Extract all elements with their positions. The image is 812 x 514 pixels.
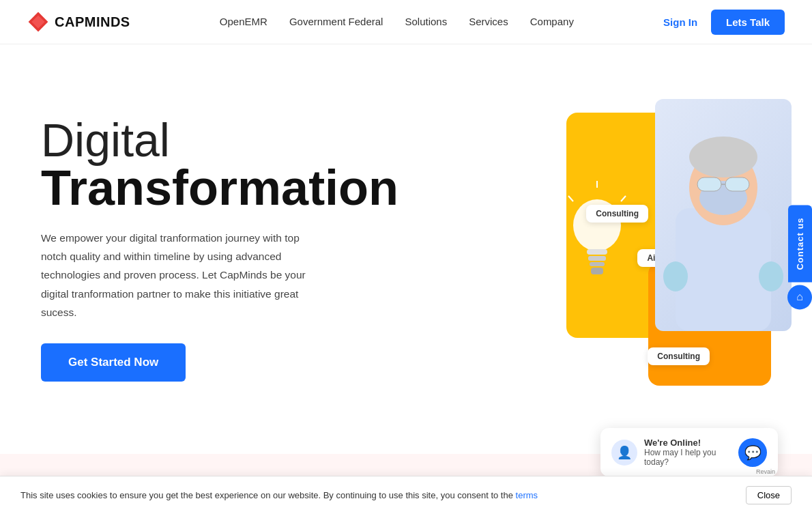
logo[interactable]: CAPMINDS bbox=[27, 11, 130, 33]
lightbulb-icon bbox=[566, 181, 628, 290]
brand-name: CAPMINDS bbox=[55, 14, 130, 30]
hero-illustration: Cloud Security Consulting Ai Data Analyt… bbox=[389, 85, 785, 413]
contact-home-button[interactable]: ⌂ bbox=[787, 285, 812, 309]
hero-title-thin: Digital bbox=[41, 117, 368, 163]
chat-help-text: How may I help you today? bbox=[644, 448, 731, 467]
nav-item-solutions[interactable]: Solutions bbox=[405, 16, 447, 28]
lets-talk-button[interactable]: Lets Talk bbox=[711, 10, 785, 35]
tag-consulting-1: Consulting bbox=[586, 205, 648, 223]
chat-open-button[interactable]: 💬 bbox=[738, 438, 767, 467]
svg-rect-5 bbox=[590, 262, 605, 266]
navbar: CAPMINDS OpenEMR Government Federal Solu… bbox=[0, 0, 812, 44]
logo-icon bbox=[27, 11, 49, 33]
svg-rect-6 bbox=[591, 268, 603, 274]
cookie-banner: This site uses cookies to ensure you get… bbox=[0, 476, 812, 514]
svg-point-14 bbox=[663, 261, 688, 291]
hero-section: Digital Transformation We empower your d… bbox=[0, 44, 812, 454]
get-started-button[interactable]: Get Started Now bbox=[41, 343, 186, 382]
nav-links: OpenEMR Government Federal Solutions Ser… bbox=[220, 16, 574, 28]
cookie-close-button[interactable]: Close bbox=[746, 486, 792, 504]
chat-widget: 👤 We're Online! How may I help you today… bbox=[600, 428, 778, 476]
nav-actions: Sign In Lets Talk bbox=[663, 10, 785, 35]
svg-line-8 bbox=[568, 196, 573, 201]
contact-sidebar: Contact us ⌂ bbox=[787, 205, 812, 309]
nav-item-services[interactable]: Services bbox=[469, 16, 508, 28]
doctor-image bbox=[655, 99, 792, 331]
cookie-text: This site uses cookies to ensure you get… bbox=[20, 490, 538, 500]
nav-item-gov-federal[interactable]: Government Federal bbox=[289, 16, 383, 28]
chat-icon: 💬 bbox=[744, 444, 762, 461]
svg-rect-3 bbox=[587, 249, 607, 255]
chat-text: We're Online! How may I help you today? bbox=[644, 438, 731, 467]
svg-line-9 bbox=[621, 196, 626, 201]
hero-title-bold: Transformation bbox=[41, 163, 368, 212]
home-icon: ⌂ bbox=[796, 291, 803, 303]
svg-rect-4 bbox=[588, 256, 606, 261]
svg-rect-10 bbox=[676, 208, 771, 331]
nav-item-openemr[interactable]: OpenEMR bbox=[220, 16, 267, 28]
svg-rect-17 bbox=[725, 177, 749, 191]
hero-description: We empower your digital tranformation jo… bbox=[41, 229, 328, 322]
svg-rect-16 bbox=[697, 177, 721, 191]
tag-consulting-2: Consulting bbox=[648, 347, 710, 365]
revain-badge: Revain bbox=[756, 468, 775, 475]
contact-us-label[interactable]: Contact us bbox=[788, 205, 812, 282]
doctor-figure-svg bbox=[662, 119, 785, 331]
svg-point-15 bbox=[759, 261, 783, 291]
lightbulb-area bbox=[556, 167, 638, 304]
cookie-terms-link[interactable]: terms bbox=[516, 490, 538, 500]
nav-item-company[interactable]: Company bbox=[530, 16, 574, 28]
sign-in-link[interactable]: Sign In bbox=[663, 16, 697, 28]
svg-point-13 bbox=[689, 137, 757, 177]
hero-content: Digital Transformation We empower your d… bbox=[41, 117, 368, 382]
chat-avatar: 👤 bbox=[611, 440, 637, 466]
chat-online-text: We're Online! bbox=[644, 438, 731, 448]
